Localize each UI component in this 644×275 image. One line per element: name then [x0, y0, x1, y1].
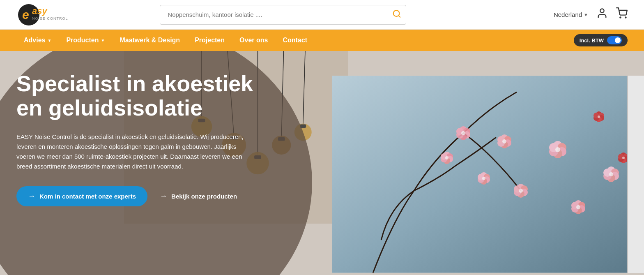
- nav-items: Advies ▼ Producten ▼ Maatwerk & Design P…: [16, 30, 574, 51]
- nav-label-over-ons: Over ons: [239, 37, 268, 44]
- svg-text:e: e: [22, 8, 29, 21]
- main-nav: Advies ▼ Producten ▼ Maatwerk & Design P…: [0, 30, 644, 51]
- search-input[interactable]: [160, 5, 406, 25]
- products-button[interactable]: → Bekijk onze producten: [160, 192, 237, 201]
- svg-point-8: [625, 17, 626, 18]
- nav-item-maatwerk[interactable]: Maatwerk & Design: [112, 30, 187, 51]
- svg-rect-97: [628, 76, 644, 273]
- user-icon[interactable]: [596, 7, 608, 22]
- svg-point-81: [609, 172, 613, 176]
- btw-label: Incl. BTW: [580, 37, 604, 44]
- svg-point-88: [622, 157, 625, 159]
- chevron-producten-icon: ▼: [101, 38, 105, 43]
- arrow-icon: →: [28, 192, 35, 201]
- language-label: Nederland: [554, 11, 582, 18]
- nav-item-over-ons[interactable]: Over ons: [232, 30, 275, 51]
- cart-icon[interactable]: [616, 7, 628, 22]
- toggle-switch-icon[interactable]: [607, 36, 622, 44]
- nav-label-producten: Producten: [66, 37, 99, 44]
- svg-line-5: [399, 15, 400, 17]
- nav-item-producten[interactable]: Producten ▼: [59, 30, 112, 51]
- svg-point-74: [576, 205, 580, 209]
- hero-description: EASY Noise Control is de specialist in a…: [16, 132, 251, 171]
- site-header: e asy NOISE CONTROL Nederland ▼: [0, 0, 644, 30]
- hero-buttons: → Kom in contact met onze experts → Beki…: [16, 186, 271, 206]
- arrow-icon-2: →: [160, 192, 167, 201]
- btw-toggle[interactable]: Incl. BTW: [574, 34, 628, 46]
- nav-item-projecten[interactable]: Projecten: [187, 30, 232, 51]
- header-actions: Nederland ▼: [554, 7, 628, 22]
- nav-label-maatwerk: Maatwerk & Design: [120, 37, 180, 44]
- chevron-down-icon: ▼: [584, 12, 588, 17]
- svg-text:asy: asy: [32, 6, 48, 16]
- svg-text:NOISE CONTROL: NOISE CONTROL: [32, 16, 68, 21]
- svg-point-6: [600, 9, 604, 13]
- nav-label-contact: Contact: [283, 37, 307, 44]
- svg-point-7: [620, 17, 621, 18]
- chevron-advies-icon: ▼: [47, 38, 51, 43]
- svg-point-60: [519, 189, 523, 193]
- svg-point-67: [555, 147, 560, 152]
- svg-point-39: [445, 156, 448, 159]
- nav-item-contact[interactable]: Contact: [275, 30, 315, 51]
- contact-button[interactable]: → Kom in contact met onze experts: [16, 186, 147, 206]
- language-selector[interactable]: Nederland ▼: [554, 11, 588, 18]
- svg-point-32: [461, 131, 465, 135]
- svg-point-46: [502, 139, 506, 143]
- contact-button-label: Kom in contact met onze experts: [39, 193, 136, 200]
- products-button-label: Bekijk onze producten: [171, 193, 237, 200]
- svg-point-53: [482, 177, 485, 180]
- hero-section: Specialist in akoestiek en geluidsisolat…: [0, 51, 644, 275]
- nav-item-advies[interactable]: Advies ▼: [16, 30, 59, 51]
- cherry-blossoms-decoration: [332, 76, 644, 273]
- hero-content: Specialist in akoestiek en geluidsisolat…: [16, 72, 271, 206]
- search-button[interactable]: [392, 9, 401, 20]
- svg-point-95: [598, 116, 600, 118]
- nav-label-projecten: Projecten: [195, 37, 225, 44]
- logo[interactable]: e asy NOISE CONTROL: [16, 4, 70, 25]
- nav-right: Incl. BTW: [574, 34, 628, 46]
- hero-title: Specialist in akoestiek en geluidsisolat…: [16, 72, 271, 120]
- nav-label-advies: Advies: [24, 37, 45, 44]
- search-bar: [160, 5, 406, 25]
